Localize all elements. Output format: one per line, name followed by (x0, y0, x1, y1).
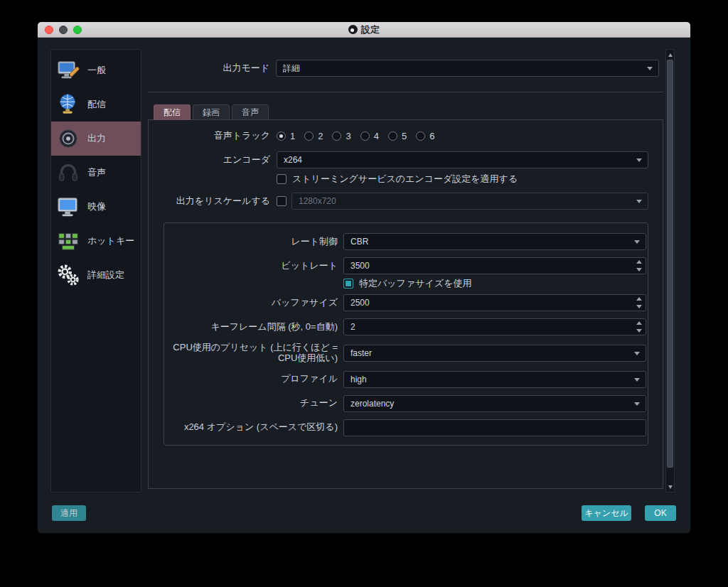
tune-value: zerolatency (350, 399, 394, 409)
encoder-select[interactable]: x264 (277, 151, 648, 168)
encoder-value: x264 (284, 155, 302, 165)
sidebar-item-hotkeys[interactable]: ホットキー (51, 224, 141, 258)
tune-select[interactable]: zerolatency (343, 395, 646, 412)
tab-label: 音声 (242, 107, 259, 119)
rescale-resolution-value: 1280x720 (299, 196, 336, 206)
spin-down-icon[interactable] (636, 305, 642, 308)
spin-buttons (636, 321, 642, 333)
sidebar-item-advanced[interactable]: 詳細設定 (51, 258, 141, 292)
x264-options-field (343, 419, 646, 436)
output-mode-label: 出力モード (148, 62, 276, 75)
keyframe-interval-label: キーフレーム間隔 (秒, 0=自動) (164, 322, 343, 333)
audio-track-row: 音声トラック 1 2 3 (149, 129, 663, 143)
separator (148, 92, 663, 92)
tune-label: チューン (164, 398, 343, 409)
settings-sidebar: 一般 配信 (50, 49, 141, 492)
sidebar-item-label: 音声 (87, 166, 106, 179)
cancel-button[interactable]: キャンセル (582, 505, 631, 521)
radio-dot-icon (332, 131, 341, 141)
sidebar-item-stream[interactable]: 配信 (51, 87, 141, 122)
encoder-settings-group: レート制御 CBR ビットレート 3500 (164, 222, 648, 446)
keyframe-interval-spinbox[interactable]: 2 (343, 318, 646, 335)
output-mode-value: 詳細 (283, 63, 300, 75)
x264-options-input[interactable] (343, 419, 646, 436)
audio-track-radio-group: 1 2 3 4 (277, 131, 648, 141)
scrollbar-thumb[interactable] (667, 60, 673, 468)
rescale-label: 出力をリスケールする (149, 196, 277, 207)
rescale-field: 1280x720 (277, 193, 648, 210)
chevron-down-icon (647, 67, 653, 70)
minimize-button[interactable] (59, 26, 68, 34)
audio-track-radio-6[interactable]: 6 (416, 131, 434, 141)
stream-globe-icon (55, 92, 81, 117)
audio-track-radio-5[interactable]: 5 (388, 131, 407, 141)
stream-tab-panel: 音声トラック 1 2 3 (148, 119, 663, 489)
rate-control-label: レート制御 (164, 237, 343, 247)
spin-up-icon[interactable] (636, 260, 642, 264)
sidebar-item-label: 詳細設定 (87, 269, 124, 281)
output-mode-row: 出力モード 詳細 (148, 60, 663, 77)
tab-audio[interactable]: 音声 (232, 104, 269, 120)
scroll-up-button[interactable] (666, 50, 674, 59)
profile-select[interactable]: high (343, 371, 646, 388)
advanced-gears-icon (55, 262, 81, 288)
buffer-size-spinbox[interactable]: 2500 (343, 294, 646, 311)
sidebar-item-audio[interactable]: 音声 (51, 156, 141, 190)
close-button[interactable] (45, 26, 53, 34)
tab-stream[interactable]: 配信 (154, 104, 191, 120)
radio-dot-icon (388, 131, 397, 141)
output-broadcast-icon (55, 126, 81, 151)
bitrate-row: ビットレート 3500 (164, 257, 648, 274)
audio-track-radio-3[interactable]: 3 (332, 131, 350, 141)
spin-down-icon[interactable] (636, 329, 642, 333)
desktop-background: 設定 一般 (0, 0, 728, 587)
enforce-service-row: ストリーミングサービスのエンコーダ設定を適用する (149, 173, 663, 185)
spin-up-icon[interactable] (636, 321, 642, 325)
x264-options-label: x264 オプション (スペースで区切る) (164, 422, 343, 433)
general-display-icon (55, 58, 81, 83)
audio-track-radio-4[interactable]: 4 (360, 131, 379, 141)
cpu-preset-select[interactable]: faster (343, 345, 646, 362)
titlebar[interactable]: 設定 (38, 22, 690, 38)
obs-logo-icon (348, 25, 358, 34)
sidebar-item-video[interactable]: 映像 (51, 190, 141, 224)
chevron-down-icon (634, 352, 640, 355)
buffer-size-label: バッファサイズ (164, 298, 343, 308)
video-monitor-icon (55, 194, 81, 220)
spin-up-icon[interactable] (636, 297, 642, 301)
radio-label: 6 (429, 131, 434, 141)
scroll-down-button[interactable] (666, 483, 674, 491)
chevron-down-icon (634, 378, 640, 382)
enforce-service-field: ストリーミングサービスのエンコーダ設定を適用する (277, 173, 648, 185)
ok-button[interactable]: OK (645, 505, 676, 521)
custom-buffer-checkbox[interactable] (343, 279, 353, 289)
radio-label: 4 (374, 131, 379, 141)
sidebar-item-general[interactable]: 一般 (51, 53, 141, 87)
output-mode-select[interactable]: 詳細 (276, 60, 659, 77)
rate-control-value: CBR (350, 237, 368, 247)
rate-control-select[interactable]: CBR (343, 233, 646, 250)
apply-button[interactable]: 適用 (52, 505, 86, 521)
enforce-service-checkbox[interactable] (277, 174, 287, 184)
radio-dot-icon (416, 131, 425, 141)
sidebar-item-label: 出力 (87, 132, 106, 145)
custom-buffer-row: 特定バッファサイズを使用 (164, 277, 648, 290)
traffic-lights (45, 22, 82, 38)
tune-row: チューン zerolatency (164, 395, 648, 412)
bitrate-spinbox[interactable]: 3500 (343, 257, 646, 274)
rescale-checkbox[interactable] (277, 196, 287, 206)
zoom-button[interactable] (73, 26, 82, 34)
spin-down-icon[interactable] (636, 268, 642, 271)
tab-recording[interactable]: 録画 (193, 104, 230, 120)
sidebar-item-output[interactable]: 出力 (51, 122, 141, 156)
audio-track-radio-2[interactable]: 2 (304, 131, 323, 141)
audio-track-radio-1[interactable]: 1 (277, 131, 295, 141)
vertical-scrollbar[interactable] (665, 49, 675, 492)
spin-buttons (636, 297, 642, 308)
radio-label: 5 (402, 131, 407, 141)
radio-dot-icon (360, 131, 370, 141)
profile-value: high (350, 375, 367, 384)
chevron-down-icon (636, 200, 642, 203)
buffer-size-row: バッファサイズ 2500 (164, 294, 648, 311)
encoder-label: エンコーダ (149, 155, 277, 166)
